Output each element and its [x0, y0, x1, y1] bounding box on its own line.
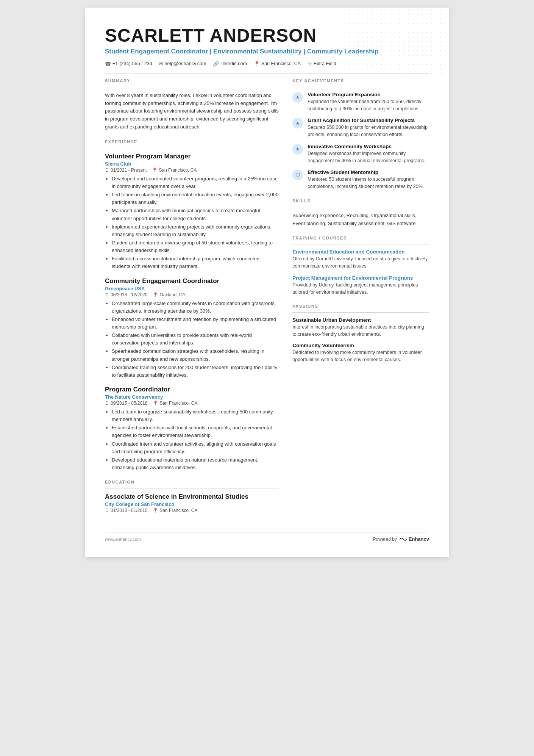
- job-3-company: The Nature Conservancy: [105, 394, 279, 400]
- list-item: Developed and coordinated volunteer prog…: [112, 175, 279, 190]
- passion-1-title: Sustainable Urban Development: [292, 317, 429, 323]
- summary-section: SUMMARY With over 8 years in sustainabil…: [105, 78, 279, 131]
- list-item: Developed educational materials on natur…: [112, 456, 279, 471]
- edu-school: City College of San Francisco: [105, 501, 279, 507]
- experience-section: EXPERIENCE Volunteer Program Manager Sie…: [105, 139, 279, 471]
- job-1-meta: 🗓 01/2021 - Present 📍 San Francisco, CA: [105, 167, 279, 173]
- achievement-2-text: Secured $50,000 in grants for environmen…: [308, 124, 429, 138]
- job-3: Program Coordinator The Nature Conservan…: [105, 386, 279, 471]
- training-divider: [292, 244, 429, 244]
- enhancv-logo-svg: [399, 537, 408, 542]
- right-column: KEY ACHIEVEMENTS ★ Volunteer Program Exp…: [292, 78, 429, 521]
- location-icon-edu: 📍: [153, 508, 158, 513]
- calendar-icon: 🗓: [105, 167, 109, 173]
- achievement-2-title: Grant Acquisition for Sustainability Pro…: [308, 117, 429, 123]
- job-3-location: 📍 San Francisco, CA: [153, 401, 197, 406]
- training-1: Environmental Education and Communicatio…: [292, 249, 429, 270]
- job-2-location: 📍 Oakland, CA: [153, 292, 185, 297]
- linkedin-icon: 🔗: [213, 61, 219, 67]
- list-item: Led a team to organize sustainability wo…: [112, 408, 279, 423]
- achievement-2: ★ Grant Acquisition for Sustainability P…: [292, 117, 429, 138]
- page-footer: www.enhancv.com Powered by Enhancv: [105, 532, 429, 542]
- training-1-text: Offered by Cornell University, focused o…: [292, 255, 429, 270]
- contact-email: ✉ help@enhancv.com: [159, 61, 206, 67]
- footer-brand: Powered by Enhancv: [373, 536, 429, 542]
- list-item: Established partnerships with local scho…: [112, 424, 279, 439]
- contact-linkedin: 🔗 linkedin.com: [213, 61, 247, 67]
- passion-2-text: Dedicated to involving more community me…: [292, 349, 429, 363]
- passion-1-text: Interest in incorporating sustainable pr…: [292, 324, 429, 338]
- education-section: EDUCATION Associate of Science in Enviro…: [105, 480, 279, 513]
- footer-website: www.enhancv.com: [105, 537, 141, 542]
- list-item: Implemented experiential learning projec…: [112, 223, 279, 238]
- achievement-2-content: Grant Acquisition for Sustainability Pro…: [308, 117, 429, 138]
- list-item: Managed partnerships with municipal agen…: [112, 207, 279, 222]
- achievement-4-icon: 🛡: [292, 170, 303, 180]
- achievement-3: ★ Innovative Community Workshops Designe…: [292, 144, 429, 164]
- powered-by-text: Powered by: [373, 537, 397, 542]
- summary-divider: [105, 87, 279, 87]
- job-2-meta: 🗓 06/2018 - 12/2020 📍 Oakland, CA: [105, 292, 279, 297]
- passions-label: PASSIONS: [292, 304, 429, 308]
- passion-2: Community Volunteerism Dedicated to invo…: [292, 343, 429, 363]
- achievement-1-icon: ★: [292, 92, 303, 103]
- passion-1: Sustainable Urban Development Interest i…: [292, 317, 429, 338]
- list-item: Orchestrated large-scale community event…: [112, 300, 279, 315]
- contact-extra: ☆ Extra Field: [308, 61, 336, 67]
- job-2-title: Community Engagement Coordinator: [105, 277, 279, 285]
- achievement-1-text: Expanded the volunteer base from 200 to …: [308, 98, 429, 113]
- header-divider: [105, 74, 429, 74]
- skills-label: SKILLS: [292, 199, 429, 203]
- passions-section: PASSIONS Sustainable Urban Development I…: [292, 304, 429, 363]
- training-section: TRAINING / COURSES Environmental Educati…: [292, 236, 429, 296]
- list-item: Collaborated with universities to provid…: [112, 332, 279, 347]
- resume-page: SCARLETT ANDERSON Student Engagement Coo…: [85, 8, 449, 557]
- summary-label: SUMMARY: [105, 78, 279, 83]
- training-2-title: Project Management for Environmental Pro…: [292, 275, 429, 281]
- achievement-3-text: Designed workshops that improved communi…: [308, 150, 429, 164]
- education-label: EDUCATION: [105, 480, 279, 484]
- achievement-1: ★ Volunteer Program Expansion Expanded t…: [292, 92, 429, 113]
- candidate-name: SCARLETT ANDERSON: [105, 26, 429, 46]
- job-1: Volunteer Program Manager Sierra Club 🗓 …: [105, 153, 279, 271]
- linkedin-text: linkedin.com: [220, 61, 247, 66]
- passions-divider: [292, 312, 429, 313]
- extra-text: Extra Field: [314, 61, 336, 66]
- job-2: Community Engagement Coordinator Greenpe…: [105, 277, 279, 379]
- job-3-meta: 🗓 09/2015 - 05/2018 📍 San Francisco, CA: [105, 401, 279, 406]
- job-2-bullets: Orchestrated large-scale community event…: [105, 300, 279, 379]
- job-3-date: 🗓 09/2015 - 05/2018: [105, 401, 147, 406]
- skills-section: SKILLS Supervising experience, Recruitin…: [292, 199, 429, 228]
- achievement-4-content: Effective Student Mentorship Mentored 50…: [308, 169, 429, 190]
- job-1-date: 🗓 01/2021 - Present: [105, 167, 147, 173]
- body-columns: SUMMARY With over 8 years in sustainabil…: [105, 78, 429, 521]
- calendar-icon-3: 🗓: [105, 401, 109, 406]
- list-item: Coordinated intern and volunteer activit…: [112, 440, 279, 455]
- summary-text: With over 8 years in sustainability role…: [105, 92, 279, 131]
- edu-date: 🗓 01/2013 - 01/2015: [105, 508, 147, 513]
- candidate-title: Student Engagement Coordinator | Environ…: [105, 47, 429, 56]
- email-text: help@enhancv.com: [165, 61, 206, 66]
- list-item: Coordinated training sessions for 200 st…: [112, 364, 279, 379]
- job-1-location: 📍 San Francisco, CA: [152, 167, 197, 173]
- job-1-title: Volunteer Program Manager: [105, 153, 279, 160]
- list-item: Enhanced volunteer recruitment and reten…: [112, 316, 279, 331]
- phone-icon: ☎: [105, 61, 111, 67]
- skills-divider: [292, 207, 429, 207]
- achievement-4-title: Effective Student Mentorship: [308, 169, 429, 175]
- location-icon-2: 📍: [153, 292, 158, 297]
- passion-2-title: Community Volunteerism: [292, 343, 429, 348]
- achievement-1-content: Volunteer Program Expansion Expanded the…: [308, 92, 429, 113]
- job-3-title: Program Coordinator: [105, 386, 279, 393]
- contact-phone: ☎ +1-(234)-555-1234: [105, 61, 152, 67]
- list-item: Facilitated a cross-institutional intern…: [112, 255, 279, 270]
- location-icon: 📍: [254, 61, 260, 67]
- achievements-divider: [292, 87, 429, 87]
- achievement-3-title: Innovative Community Workshops: [308, 144, 429, 149]
- achievement-3-content: Innovative Community Workshops Designed …: [308, 144, 429, 164]
- list-item: Spearheaded communication strategies wit…: [112, 347, 279, 363]
- job-2-company: Greenpeace USA: [105, 286, 279, 291]
- experience-label: EXPERIENCE: [105, 139, 279, 144]
- left-column: SUMMARY With over 8 years in sustainabil…: [105, 78, 279, 521]
- calendar-icon-edu: 🗓: [105, 508, 109, 513]
